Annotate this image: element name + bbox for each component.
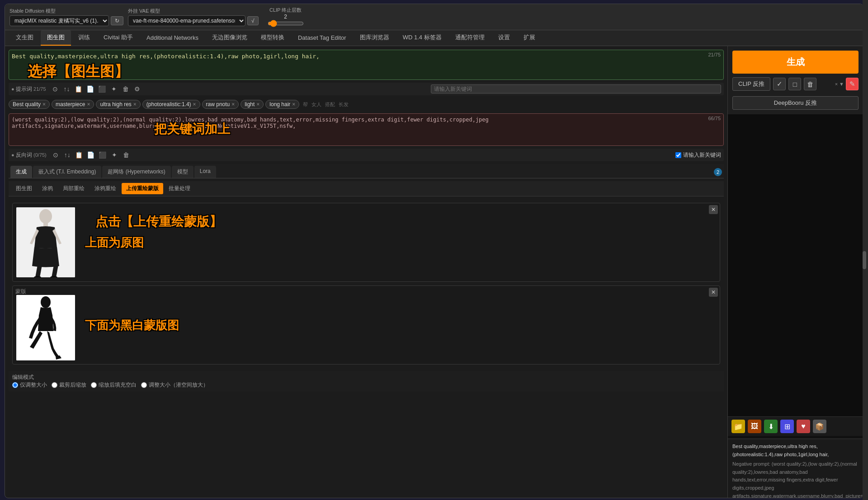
clip-slider[interactable] [268, 20, 304, 27]
square-btn[interactable]: □ [788, 78, 801, 90]
tab-dataset-tag-editor[interactable]: Dataset Tag Editor [292, 31, 353, 45]
neg-icon-2[interactable]: ↑↓ [63, 150, 72, 159]
gen-tab-generate[interactable]: 生成 [10, 166, 32, 178]
radio-resize-only[interactable]: 仅调整大小 [12, 381, 47, 389]
radio-fill-blank[interactable]: 缩放后填充空白 [91, 381, 137, 389]
output-icon-image[interactable]: 🖼 [748, 420, 761, 433]
vae-model-label: 外挂 VAE 模型 [128, 8, 259, 14]
trash-btn[interactable]: 🗑 [804, 78, 816, 90]
tab-wd-tagger[interactable]: WD 1.4 标签器 [396, 30, 448, 46]
generate-button[interactable]: 生成 [732, 51, 859, 74]
output-icons: 📁 🖼 ⬇ ⊞ ♥ 📦 [728, 416, 863, 436]
clip-label: CLIP 终止层数 [269, 7, 302, 14]
sub-tab-batch[interactable]: 批量处理 [164, 183, 195, 194]
tag-long-hair: long hair × [265, 100, 299, 109]
svg-point-6 [41, 296, 51, 308]
original-image-slot[interactable]: ✕ [12, 203, 720, 282]
app-container: Stable Diffusion 模型 majicMIX realistic 麦… [5, 4, 863, 498]
neg-icon-6[interactable]: ✦ [110, 150, 119, 159]
tag-raw-pnotu: raw pnotu × [202, 100, 239, 109]
tag-remove-masterpiece[interactable]: × [87, 101, 90, 107]
sub-tab-scribble-inpaint[interactable]: 涂鸦重绘 [90, 183, 121, 194]
tab-gallery-browser[interactable]: 图库浏览器 [354, 30, 396, 46]
prompt-label: ● 提示词 21/75 [11, 85, 46, 93]
nav-tabs: 文生图 图生图 训练 Civitai 助手 Additional Network… [5, 30, 863, 46]
neg-checkbox[interactable] [675, 152, 681, 158]
prompt-icon-4[interactable]: 📄 [86, 84, 95, 93]
edit-mode-label: 编辑模式 [12, 374, 34, 380]
output-icon-download[interactable]: ⬇ [764, 420, 778, 433]
sd-model-refresh-btn[interactable]: ↻ [111, 16, 123, 25]
edit-mode-bar: 编辑模式 仅调整大小 裁剪后缩放 缩放后填充空白 [9, 371, 724, 392]
tab-text2img[interactable]: 文生图 [9, 30, 40, 46]
tag-remove-raw-pnotu[interactable]: × [231, 101, 235, 107]
mask-instruction: 下面为黑白蒙版图 [85, 317, 179, 333]
tag-remove-light[interactable]: × [256, 101, 259, 107]
prompt-icon-5[interactable]: ⬛ [98, 84, 107, 93]
tab-additional-networks[interactable]: Additional Networks [140, 31, 205, 45]
keyword-input[interactable] [431, 84, 721, 93]
prompt-icon-3[interactable]: 📋 [74, 84, 83, 93]
prompt-icon-2[interactable]: ↑↓ [62, 84, 71, 93]
tab-civitai[interactable]: Civitai 助手 [97, 30, 139, 46]
mask-close-btn[interactable]: ✕ [709, 288, 718, 297]
clip-push-btn[interactable]: CLIP 反推 [732, 77, 770, 91]
image-upload-area: ✕ [9, 199, 724, 368]
output-icon-zip[interactable]: 📦 [813, 420, 826, 433]
tab-model-convert[interactable]: 模型转换 [255, 30, 291, 46]
output-icon-folder[interactable]: 📁 [731, 420, 745, 433]
output-scrollbar-thumb [863, 251, 863, 269]
neg-icon-5[interactable]: ⬛ [98, 150, 107, 159]
positive-prompt-textarea[interactable]: Best quality,masterpiece,ultra high res,… [12, 53, 721, 75]
prompt-icon-7[interactable]: 🗑 [121, 84, 130, 93]
output-icon-heart[interactable]: ♥ [797, 420, 810, 433]
deepbooru-btn[interactable]: DeepBooru 反推 [732, 96, 859, 110]
neg-icon-7[interactable]: 🗑 [122, 150, 131, 159]
neg-icon-4[interactable]: 📄 [86, 150, 95, 159]
neg-icon-1[interactable]: ⊙ [51, 150, 60, 159]
action-icons: ✓ □ 🗑 [773, 78, 816, 90]
gen-tab-lora[interactable]: Lora [194, 166, 216, 178]
gen-tab-hypernetworks[interactable]: 超网络 (Hypernetworks) [102, 166, 170, 178]
gen-tab-embedding[interactable]: 嵌入式 (T.I. Embedding) [33, 166, 101, 178]
radio-latent-upscale[interactable]: 调整大小（潜空间放大） [141, 381, 208, 389]
tab-settings[interactable]: 设置 [492, 30, 516, 46]
top-bar: Stable Diffusion 模型 majicMIX realistic 麦… [5, 4, 863, 30]
silhouette-svg [16, 295, 75, 360]
neg-prompt-counter: 66/75 [708, 116, 721, 121]
prompt-icon-8[interactable]: ⚙ [133, 84, 142, 93]
tag-remove-best-quality[interactable]: × [42, 101, 46, 107]
output-scrollbar[interactable] [863, 4, 863, 498]
output-icon-grid[interactable]: ⊞ [780, 420, 794, 433]
sub-tab-upload-mask[interactable]: 上传重绘蒙版 [122, 183, 163, 194]
tab-image-browser[interactable]: 无边图像浏览 [206, 30, 254, 46]
mannequin-image [16, 207, 75, 277]
right-output: 📁 🖼 ⬇ ⊞ ♥ 📦 Best quality,masterpiece,ult… [728, 114, 863, 498]
sub-tab-img2img[interactable]: 图生图 [11, 183, 37, 194]
tab-img2img[interactable]: 图生图 [41, 30, 71, 46]
red-icon-btn[interactable]: ✎ [846, 78, 859, 90]
tab-wildcard[interactable]: 通配符管理 [449, 30, 491, 46]
sd-model-select[interactable]: majicMIX realistic 麦橘写实_v6 (1).safetenso… [9, 15, 109, 26]
tag-remove-long-hair[interactable]: × [292, 101, 295, 107]
prompt-icon-1[interactable]: ⊙ [51, 84, 60, 93]
radio-crop-resize[interactable]: 裁剪后缩放 [52, 381, 86, 389]
gen-tabs: 生成 嵌入式 (T.I. Embedding) 超网络 (Hypernetwor… [9, 164, 724, 178]
gen-tab-model[interactable]: 模型 [172, 166, 193, 178]
vae-model-hash-btn[interactable]: √ [247, 16, 259, 25]
negative-prompt-textarea[interactable]: (worst quality:2),(low quality:2),(norma… [12, 117, 721, 141]
original-close-btn[interactable]: ✕ [709, 205, 718, 214]
sub-tab-inpaint[interactable]: 局部重绘 [58, 183, 89, 194]
tab-train[interactable]: 训练 [72, 30, 96, 46]
checkmark-btn[interactable]: ✓ [773, 78, 786, 90]
mask-image-slot[interactable]: 蒙版 ✕ [12, 285, 720, 364]
tag-masterpiece: masterpiece × [52, 100, 94, 109]
sub-tab-scribble[interactable]: 涂鸦 [38, 183, 57, 194]
right-panel: 生成 CLIP 反推 ✓ □ 🗑 × ▼ ✎ DeepBooru 反推 [727, 46, 863, 498]
tag-remove-photorealistic[interactable]: × [193, 101, 196, 107]
prompt-icon-6[interactable]: ✦ [109, 84, 118, 93]
tag-remove-ultra-high-res[interactable]: × [133, 101, 137, 107]
tab-extensions[interactable]: 扩展 [517, 30, 542, 46]
neg-icon-3[interactable]: 📋 [75, 150, 84, 159]
vae-model-select[interactable]: vae-ft-mse-840000-ema-pruned.safetensors [128, 15, 245, 26]
